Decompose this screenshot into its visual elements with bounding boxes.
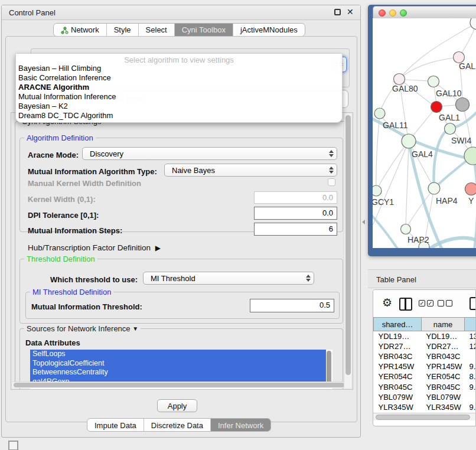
dpi-tolerance-label: DPI Tolerance [0,1]: [28,211,99,220]
tab-network[interactable]: Network [54,24,107,36]
dropdown-item[interactable]: Bayesian – K2 [16,102,342,111]
network-node[interactable] [402,134,416,148]
network-node[interactable] [373,185,382,196]
table-cell[interactable]: YER054C [422,371,465,381]
network-node[interactable] [428,182,440,194]
tab-discretize-data[interactable]: Discretize Data [144,419,211,431]
tab-jactivemnodules[interactable]: jActiveMNodules [233,24,305,36]
dpi-tolerance-field[interactable]: 0.0 [254,207,337,220]
tab-style[interactable]: Style [107,24,139,36]
splitter-collapse-icon[interactable] [362,220,365,224]
table-row[interactable]: YBR043CYBR043C [374,351,476,361]
table-cell[interactable]: 9. [465,402,476,412]
mi-algorithm-type-combobox[interactable]: Naive Bayes [164,164,337,177]
network-edge[interactable] [427,238,476,248]
network-node[interactable] [456,98,470,112]
column-header[interactable]: name [422,318,465,331]
network-node[interactable] [470,18,476,30]
node-label: Y [468,196,474,206]
tab-select[interactable]: Select [139,24,175,36]
network-window-titlebar[interactable] [373,6,476,19]
table-cell[interactable]: YDL19… [422,331,465,341]
mi-threshold-field[interactable]: 0.5 [250,299,334,312]
table-cell[interactable]: 9. [465,361,476,371]
table-row[interactable]: YBR045CYBR045C9. [374,381,476,392]
close-icon[interactable]: ✕ [347,7,354,17]
dropdown-item-selected[interactable]: ARACNE Algorithm [16,83,342,92]
dropdown-item[interactable]: Mutual Information Inference [16,92,342,102]
vertical-scrollbar[interactable] [344,114,351,388]
which-threshold-combobox[interactable]: MI Threshold [143,272,314,285]
tab-infer-network[interactable]: Infer Network [211,419,270,431]
table-cell[interactable]: YPR145W [422,361,465,371]
collapsed-panel-icon[interactable] [8,441,18,450]
table-cell[interactable]: YBR045C [422,381,465,392]
table-horizontal-scrollbar[interactable] [373,413,475,420]
column-header[interactable]: shared… [374,318,422,331]
table-cell[interactable] [465,392,476,402]
horizontal-scrollbar[interactable] [12,381,348,388]
kernel-width-field[interactable]: 0.0 [254,191,337,204]
float-panel-icon[interactable] [334,9,341,15]
network-edge[interactable] [376,113,380,191]
list-item[interactable]: TopologicalCoefficient [30,359,326,369]
table-row[interactable]: YDL19…YDL19…13 [374,331,476,341]
table-cell[interactable]: YER054C [374,371,422,381]
dropdown-item[interactable]: Bayesian – Hill Climbing [16,64,342,73]
table-cell[interactable]: YPR145W [374,361,422,371]
table-row[interactable]: YDR27…YDR27…12 [374,341,476,351]
list-item[interactable]: BetweennessCentrality [30,368,326,377]
table-cell[interactable]: YLR345W [374,402,422,412]
network-node[interactable] [428,76,439,87]
table-cell[interactable] [465,351,476,361]
manual-kernel-checkbox[interactable] [328,178,335,186]
tab-cyni-toolbox[interactable]: Cyni Toolbox [175,24,233,36]
dropdown-item[interactable]: Basic Correlation Inference [16,73,342,83]
node-label: HAP2 [407,235,429,244]
table-cell[interactable]: 12 [465,341,476,351]
mi-steps-field[interactable]: 6 [254,223,337,236]
table-cell[interactable]: YBR043C [374,351,422,361]
table-cell[interactable]: YDR27… [374,341,422,351]
table-cell[interactable]: YBR043C [422,351,465,361]
network-node[interactable] [465,183,476,195]
apply-button[interactable]: Apply [157,399,197,412]
table-cell[interactable]: YBL079W [374,392,422,402]
new-table-icon[interactable] [470,297,476,310]
table-cell[interactable]: YDR27… [422,341,465,351]
table-row[interactable]: YLR345WYLR345W9. [374,402,476,412]
table-cell[interactable]: 8. [465,371,476,381]
dropdown-item[interactable]: Dream8 DC_TDC Algorithm [16,111,342,120]
network-node[interactable] [445,123,456,135]
zoom-traffic-light[interactable] [400,9,407,17]
tab-impute-data[interactable]: Impute Data [87,419,144,431]
aracne-mode-combobox[interactable]: Discovery [82,147,337,160]
network-edge[interactable] [373,141,409,225]
network-edge[interactable] [376,141,409,191]
close-traffic-light[interactable] [379,9,386,17]
network-canvas[interactable]: GALGAL80GAL10GAL1GAL11SWI4GAL4HAP4YGCY1H… [373,18,476,248]
table-row[interactable]: YBL079WYBL079W [374,392,476,402]
network-node[interactable] [401,224,411,234]
network-node[interactable] [394,74,405,85]
table-row[interactable]: YPR145WYPR145W9. [374,361,476,371]
expanded-arrow-icon: ▼ [132,325,138,332]
column-header[interactable]: A [465,318,476,331]
table-cell[interactable]: YLR345W [422,402,465,412]
network-node[interactable] [374,108,385,119]
table-cell[interactable]: 9. [465,381,476,392]
table-cell[interactable]: 13 [465,331,476,341]
table-cell[interactable]: YDL19… [374,331,422,341]
settings-gear-icon[interactable]: ⚙ [382,296,392,309]
table-cell[interactable]: YBL079W [422,392,465,402]
table-cell[interactable]: YBR045C [374,381,422,392]
table-row[interactable]: YER054CYER054C8. [374,371,476,381]
network-node[interactable] [431,102,442,113]
hub-definition-toggle[interactable]: Hub/Transcription Factor Definition ▶ [28,243,158,252]
minimize-traffic-light[interactable] [389,9,396,17]
network-edge[interactable] [406,141,409,229]
split-table-icon[interactable] [399,298,412,311]
network-edge[interactable] [399,57,459,79]
network-edge[interactable] [373,213,399,248]
list-item[interactable]: SelfLoops [30,350,326,359]
